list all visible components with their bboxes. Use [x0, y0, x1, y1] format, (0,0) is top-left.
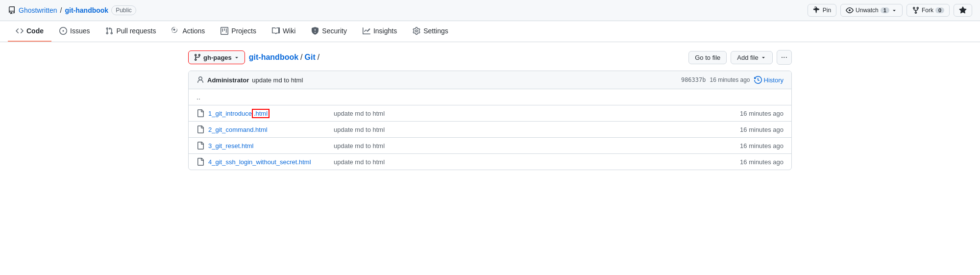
file-time-2: 16 minutes ago [710, 126, 784, 133]
repo-owner-link[interactable]: Ghostwritten [19, 6, 57, 14]
goto-file-button[interactable]: Go to file [688, 51, 727, 64]
tab-security[interactable]: Security [303, 21, 355, 42]
add-file-label: Add file [737, 54, 758, 61]
settings-icon [413, 27, 420, 35]
file-commit-3: update md to html [334, 142, 710, 150]
projects-icon [220, 27, 228, 35]
tab-issues-label: Issues [70, 27, 90, 35]
tab-actions[interactable]: Actions [164, 21, 213, 42]
tab-wiki[interactable]: Wiki [264, 21, 303, 42]
breadcrumb: git-handbook / Git / [249, 53, 319, 62]
tab-projects-label: Projects [231, 27, 256, 35]
branch-name: gh-pages [203, 54, 232, 61]
unwatch-button[interactable]: Unwatch 1 [840, 4, 903, 17]
file-link-2[interactable]: 2_git_command.html [208, 126, 268, 133]
history-icon [754, 76, 762, 84]
file-name-col: 4_git_ssh_login_without_secret.html [196, 158, 334, 166]
add-file-button[interactable]: Add file [731, 51, 772, 64]
list-item: 4_git_ssh_login_without_secret.html upda… [189, 154, 791, 170]
code-icon [16, 27, 24, 35]
tab-actions-label: Actions [182, 27, 205, 35]
fork-icon [912, 6, 920, 14]
file-link-4[interactable]: 4_git_ssh_login_without_secret.html [208, 158, 311, 166]
pin-button[interactable]: Pin [808, 4, 836, 17]
breadcrumb-folder-link[interactable]: Git [305, 53, 316, 62]
more-options-button[interactable]: ··· [777, 50, 792, 65]
tab-pull-requests[interactable]: Pull requests [98, 21, 164, 42]
history-link[interactable]: History [754, 76, 784, 84]
fork-label: Fork [922, 7, 933, 14]
file-icon [196, 125, 204, 133]
file-link-1[interactable]: 1_git_introduce.html [208, 110, 270, 117]
branch-icon [194, 53, 201, 61]
add-file-chevron-icon [760, 54, 766, 60]
file-icon [196, 142, 204, 150]
commit-author: Administrator [207, 76, 249, 84]
fork-button[interactable]: Fork 0 [906, 4, 950, 17]
tab-security-label: Security [322, 27, 347, 35]
commit-meta: 986337b 16 minutes ago History [681, 76, 784, 84]
repo-icon [8, 6, 16, 14]
commit-row: Administrator update md to html 986337b … [189, 71, 791, 89]
file-commit-1: update md to html [334, 110, 710, 117]
dropdown-icon [234, 54, 240, 60]
star-button[interactable] [954, 4, 972, 17]
fork-count: 0 [935, 7, 944, 13]
breadcrumb-repo-link[interactable]: git-handbook [249, 53, 298, 62]
pr-icon [105, 27, 113, 35]
file-table: Administrator update md to html 986337b … [188, 71, 792, 170]
file-name-col: 2_git_command.html [196, 125, 334, 133]
top-bar-actions: Pin Unwatch 1 Fork 0 [808, 4, 972, 17]
file-name-col: 1_git_introduce.html [196, 109, 334, 117]
repo-name-link[interactable]: git-handbook [65, 6, 108, 14]
commit-info: Administrator update md to html [196, 76, 303, 84]
list-item: 2_git_command.html update md to html 16 … [189, 122, 791, 138]
file-time-1: 16 minutes ago [710, 110, 784, 117]
file-name-4: 4_git_ssh_login_without_secret.html [208, 158, 311, 166]
history-label: History [764, 76, 784, 84]
file-commit-2: update md to html [334, 126, 710, 133]
chevron-down-icon [891, 7, 897, 13]
visibility-badge: Public [111, 5, 136, 15]
file-time-4: 16 minutes ago [710, 158, 784, 166]
file-nav-left: gh-pages git-handbook / Git / [188, 50, 319, 64]
file-nav-right: Go to file Add file ··· [688, 50, 792, 65]
insights-icon [363, 27, 370, 35]
unwatch-count: 1 [881, 7, 889, 13]
branch-selector[interactable]: gh-pages [188, 50, 245, 64]
tab-settings[interactable]: Settings [405, 21, 456, 42]
file-name-prefix-1: 1_git_introduce [208, 110, 252, 117]
tab-code[interactable]: Code [8, 21, 51, 42]
wiki-icon [272, 27, 280, 35]
tab-code-label: Code [26, 27, 44, 35]
file-link-3[interactable]: 3_git_reset.html [208, 142, 254, 150]
tab-wiki-label: Wiki [283, 27, 295, 35]
tab-settings-label: Settings [423, 27, 448, 35]
parent-dir-label: .. [196, 93, 200, 101]
file-icon [196, 158, 204, 166]
list-item: 3_git_reset.html update md to html 16 mi… [189, 138, 791, 154]
repo-title: Ghostwritten / git-handbook Public [8, 5, 136, 15]
avatar-icon [196, 76, 204, 84]
file-name-col: 3_git_reset.html [196, 142, 334, 150]
nav-tabs: Code Issues Pull requests Actions Projec… [0, 21, 980, 42]
tab-insights-label: Insights [373, 27, 397, 35]
more-options-label: ··· [781, 53, 787, 61]
tab-pr-label: Pull requests [116, 27, 156, 35]
top-bar: Ghostwritten / git-handbook Public Pin U… [0, 0, 980, 21]
tab-projects[interactable]: Projects [213, 21, 264, 42]
commit-time: 16 minutes ago [710, 76, 750, 83]
commit-sha: 986337b [681, 76, 706, 83]
security-icon [311, 27, 319, 35]
file-time-3: 16 minutes ago [710, 142, 784, 150]
pin-icon [813, 6, 821, 14]
eye-icon [846, 6, 854, 14]
unwatch-label: Unwatch [856, 7, 879, 14]
file-icon [196, 109, 204, 117]
repo-separator: / [60, 6, 62, 14]
star-icon [959, 6, 967, 14]
tab-issues[interactable]: Issues [51, 21, 98, 42]
commit-message: update md to html [252, 76, 303, 84]
tab-insights[interactable]: Insights [355, 21, 405, 42]
issues-icon [59, 27, 67, 35]
